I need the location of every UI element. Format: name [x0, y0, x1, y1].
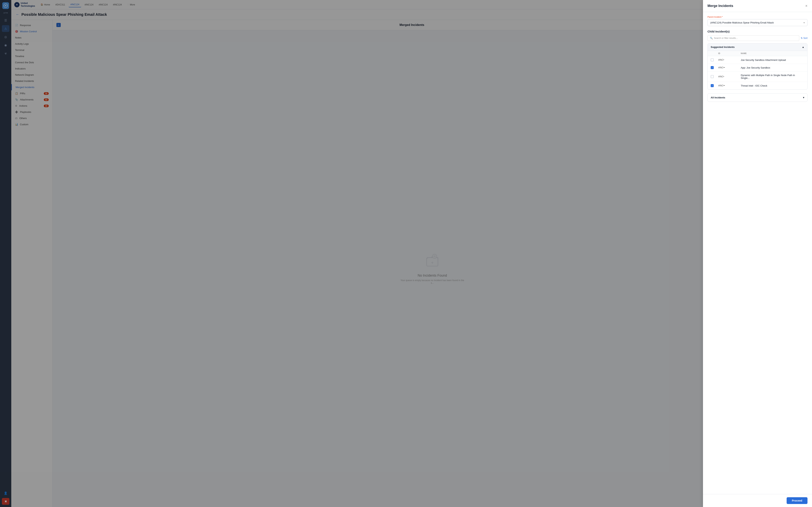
sort-icon: ⇅: [801, 37, 803, 40]
table-row: ✓ #INC•• App: Joe Security Sandbox: [708, 64, 807, 71]
row-1-name: Joe Security Sandbox Attachment Upload: [741, 59, 804, 61]
suggested-incidents-table: Suggested Incidents ▲ ID NAME #INC• Joe …: [708, 43, 808, 90]
row-3-checkbox[interactable]: [711, 75, 714, 78]
search-icon: 🔍: [710, 37, 713, 40]
row-3-name: Dynamic with Multiple Path in Single Nod…: [741, 74, 804, 79]
parent-incident-label: Parent Incident *: [708, 16, 808, 18]
chevron-up-icon: ▲: [802, 46, 804, 48]
row-2-name: App: Joe Security Sandbox: [741, 66, 804, 69]
modal-close-button[interactable]: ×: [805, 4, 808, 8]
modal-body: Parent Incident * (#INC124) Possible Mal…: [703, 12, 812, 494]
suggested-incidents-header[interactable]: Suggested Incidents ▲: [708, 43, 807, 51]
table-column-headers: ID NAME: [708, 51, 807, 56]
row-4-id: #INC••: [718, 84, 741, 87]
row-2-id: #INC••: [718, 66, 741, 69]
modal-footer: Proceed: [703, 494, 812, 507]
child-incidents-section: Child Incident(s) 🔍 Search or filter res…: [708, 30, 808, 90]
name-column-header: NAME: [741, 52, 804, 54]
parent-incident-select[interactable]: (#INC124) Possible Malicious Spear Phish…: [708, 19, 808, 26]
row-1-id: #INC•: [718, 59, 741, 61]
row-4-name: Threat Intel - IOC Check: [741, 84, 804, 87]
proceed-button[interactable]: Proceed: [786, 497, 808, 504]
modal-overlay: Merge Incidents × Parent Incident * (#IN…: [0, 0, 812, 507]
all-incidents-header[interactable]: All Incidents ▾: [708, 94, 807, 102]
row-4-checkbox[interactable]: ✓: [711, 84, 714, 87]
modal-header: Merge Incidents ×: [703, 0, 812, 12]
table-row: #INC• Joe Security Sandbox Attachment Up…: [708, 56, 807, 64]
table-row: #INC• Dynamic with Multiple Path in Sing…: [708, 71, 807, 82]
id-column-header: ID: [718, 52, 741, 54]
row-2-checkbox[interactable]: ✓: [711, 66, 714, 69]
modal-title: Merge Incidents: [708, 4, 733, 8]
chevron-down-icon: ▾: [804, 21, 805, 24]
parent-incident-field: Parent Incident * (#INC124) Possible Mal…: [708, 16, 808, 26]
child-incidents-search[interactable]: 🔍 Search or filter results...: [708, 35, 799, 41]
chevron-down-icon: ▾: [803, 96, 804, 99]
sort-button[interactable]: ⇅ Sort: [801, 37, 808, 40]
row-3-id: #INC•: [718, 75, 741, 78]
table-row: ✓ #INC•• Threat Intel - IOC Check: [708, 82, 807, 90]
modal-panel: Merge Incidents × Parent Incident * (#IN…: [703, 0, 812, 507]
all-incidents-section: All Incidents ▾: [708, 93, 808, 102]
row-1-checkbox[interactable]: [711, 58, 714, 61]
child-incidents-title: Child Incident(s): [708, 30, 808, 33]
